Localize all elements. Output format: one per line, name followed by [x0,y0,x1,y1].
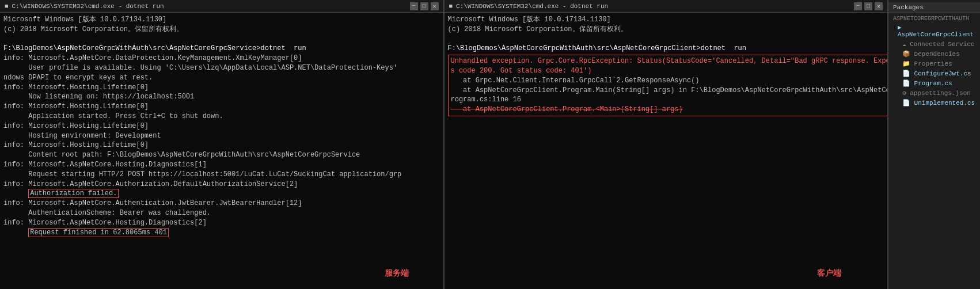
left-line-info2: info: Microsoft.Hosting.Lifetime[0] [3,83,440,93]
side-panel: Packages AspNetCoreGrpcWithAuth ▶ AspNet… [888,0,980,289]
right-error-line4: at AspNetCoreGrpcClient.Program.Main(Str… [451,86,888,96]
side-panel-section1: AspNetCoreGrpcWithAuth [888,13,980,22]
left-line-info1: info: Microsoft.AspNetCore.DataProtectio… [3,54,440,63]
left-terminal: ■ C:\WINDOWS\SYSTEM32\cmd.exe - dotnet r… [0,0,445,289]
right-line-2: (c) 2018 Microsoft Corporation。保留所有权利。 [448,25,884,35]
left-title-left: ■ C:\WINDOWS\SYSTEM32\cmd.exe - dotnet r… [5,3,164,10]
left-terminal-body: Microsoft Windows [版本 10.0.17134.1130] (… [0,13,443,289]
side-panel-title: Packages [888,2,980,13]
cmd-icon: ■ [5,3,9,10]
side-item-program[interactable]: 📄 Program.cs [888,78,980,88]
maximize-button-right[interactable]: □ [864,2,872,10]
side-item-configurejwt[interactable]: 📄 ConfigureJwt.cs [888,69,980,78]
minimize-button[interactable]: ─ [410,2,418,10]
left-title-bar: ■ C:\WINDOWS\SYSTEM32\cmd.exe - dotnet r… [0,0,443,13]
left-line-p4: Hosting environment: Development [3,131,440,141]
side-item-dependencies[interactable]: 📦 Dependencies [888,49,980,59]
maximize-button[interactable]: □ [420,2,428,10]
left-line-p5: Content root path: F:\BlogDemos\AspNetCo… [3,150,440,160]
right-line-cmd: F:\BlogDemos\AspNetCoreGrpcWithAuth\src\… [448,44,884,54]
left-controls[interactable]: ─ □ ✕ [410,2,439,10]
left-line-info8: info: Microsoft.AspNetCore.Authenticatio… [3,199,440,208]
left-line-p6: Request starting HTTP/2 POST https://loc… [3,170,440,180]
left-line-p8: AuthenticationScheme: Bearer was challen… [3,208,440,218]
left-line-auth-fail: Authorization failed. [3,189,440,199]
left-line-blank1 [3,35,440,44]
left-line-req-finish: Request finished in 62.8065ms 401 [3,228,440,238]
close-button[interactable]: ✕ [431,2,439,10]
side-item-properties[interactable]: 📁 Properties [888,59,980,69]
right-controls[interactable]: ─ □ ✕ [854,2,883,10]
right-error-line2: s code 200. Got status code: 401') [451,66,888,76]
left-line-info6: info: Microsoft.AspNetCore.Hosting.Diagn… [3,160,440,170]
left-line-info5: info: Microsoft.Hosting.Lifetime[0] [3,140,440,150]
left-line-info3: info: Microsoft.Hosting.Lifetime[0] [3,102,440,112]
side-item-1[interactable]: ▶ AspNetCoreGrpcClient [888,22,980,39]
right-error-line1: Unhandled exception. Grpc.Core.RpcExcept… [451,56,888,66]
left-line-cmd: F:\BlogDemos\AspNetCoreGrpcWithAuth\src\… [3,44,440,54]
left-line-p1: User profile is available. Using 'C:\Use… [3,63,440,73]
right-terminal-body: Microsoft Windows [版本 10.0.17134.1130] (… [445,13,888,289]
right-title-bar: ■ C:\WINDOWS\SYSTEM32\cmd.exe - dotnet r… [445,0,888,13]
left-line-info9: info: Microsoft.AspNetCore.Hosting.Diagn… [3,218,440,228]
right-line-blank1 [448,35,884,44]
close-button-right[interactable]: ✕ [875,2,883,10]
error-block: Unhandled exception. Grpc.Core.RpcExcept… [448,55,888,116]
left-line-p2: Now listening on: https://localhost:5001 [3,92,440,102]
server-label: 服务端 [385,268,409,280]
left-line-p1b: ndows DPAPI to encrypt keys at rest. [3,73,440,83]
right-terminal: ■ C:\WINDOWS\SYSTEM32\cmd.exe - dotnet r… [445,0,888,289]
side-item-unimplemented[interactable]: 📄 Unimplemented.cs [888,98,980,108]
left-title-text: C:\WINDOWS\SYSTEM32\cmd.exe - dotnet run [12,3,164,10]
minimize-button-right[interactable]: ─ [854,2,862,10]
left-line-info7: info: Microsoft.AspNetCore.Authorization… [3,180,440,189]
left-line-1: Microsoft Windows [版本 10.0.17134.1130] [3,15,440,25]
side-item-connected[interactable]: ☁ Connected Service [888,39,980,49]
right-title-left: ■ C:\WINDOWS\SYSTEM32\cmd.exe - dotnet r… [449,3,609,10]
right-error-line3: at Grpc.Net.Client.Internal.GrpcCall`2.G… [451,76,888,86]
left-line-info4: info: Microsoft.Hosting.Lifetime[0] [3,121,440,131]
left-line-2: (c) 2018 Microsoft Corporation。保留所有权利。 [3,25,440,35]
left-line-p3: Application started. Press Ctrl+C to shu… [3,112,440,121]
right-error-line5: rogram.cs:line 16 [451,95,888,105]
right-title-text: C:\WINDOWS\SYSTEM32\cmd.exe - dotnet run [456,3,608,10]
right-line-1: Microsoft Windows [版本 10.0.17134.1130] [448,15,884,25]
right-error-line6: at AspNetCoreGrpcClient.Program.<Main>(S… [451,105,888,115]
cmd-icon-right: ■ [449,3,453,10]
client-label: 客户端 [817,268,841,280]
side-item-appsettings[interactable]: ⚙ appsettings.json [888,88,980,98]
